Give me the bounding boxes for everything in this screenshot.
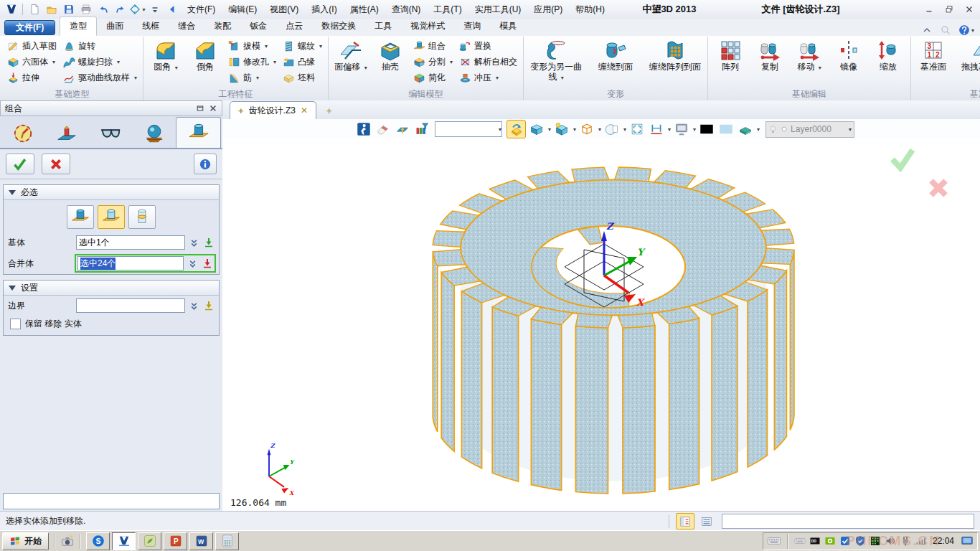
menu-item-7[interactable]: 实用工具(U)	[468, 1, 528, 18]
boolean-add-button[interactable]	[67, 205, 94, 229]
ribbon-button-缠绕到面[interactable]: 缠绕到面	[587, 38, 644, 72]
ribbon-button-分割[interactable]: 分割▾	[411, 54, 455, 70]
pick-merge-icon[interactable]	[202, 258, 213, 269]
boundary-field-input[interactable]	[76, 298, 185, 313]
save-button[interactable]	[60, 2, 77, 17]
ribbon-button-圆角[interactable]: 圆角 ▾	[147, 38, 184, 72]
collapse-ribbon-icon[interactable]	[921, 24, 933, 36]
list-toggle-button[interactable]	[698, 514, 715, 529]
shadecube-button[interactable]	[527, 121, 545, 138]
ribbon-tab-11[interactable]: 模具	[490, 17, 526, 36]
redo-button[interactable]	[112, 2, 128, 17]
search-icon[interactable]	[940, 24, 951, 36]
open-button[interactable]	[43, 2, 60, 17]
ribbon-tab-7[interactable]: 数据交换	[312, 17, 365, 36]
ribbon-button-筋[interactable]: 筋▾	[226, 70, 278, 85]
ribbon-tab-8[interactable]: 工具	[365, 17, 401, 36]
tray-nvidia-icon[interactable]	[824, 535, 836, 547]
taskbar-app-word[interactable]: W	[189, 532, 213, 550]
panel-tab-stamp[interactable]	[45, 119, 89, 148]
tray-shield-icon[interactable]	[854, 535, 866, 547]
toolbar-options-button[interactable]	[146, 2, 163, 17]
ribbon-button-拔模[interactable]: 拔模▾	[226, 38, 278, 54]
help-icon[interactable]: ▾	[958, 24, 974, 36]
window-close-button[interactable]	[961, 4, 977, 16]
tray-dolby-icon[interactable]: DD	[809, 535, 821, 547]
ribbon-button-坯料[interactable]: 坯料	[281, 70, 324, 85]
menu-item-1[interactable]: 编辑(E)	[222, 1, 263, 18]
taskbar-app-sbrowser[interactable]: S	[86, 532, 110, 550]
ribbon-button-插入草图[interactable]: 插入草图	[5, 38, 59, 54]
ribbon-button-组合[interactable]: 组合	[411, 38, 455, 54]
ribbon-button-螺纹[interactable]: 螺纹▾	[281, 38, 324, 54]
ribbon-button-复制[interactable]: 复制	[751, 38, 788, 72]
ribbon-button-旋转[interactable]: 旋转	[61, 38, 139, 54]
menu-item-2[interactable]: 视图(V)	[263, 1, 305, 18]
print-button[interactable]	[77, 2, 94, 17]
taskbar-app-zw3d[interactable]	[112, 532, 136, 550]
chevron-double-down-icon[interactable]	[189, 237, 199, 248]
ribbon-tab-2[interactable]: 线框	[133, 17, 169, 36]
panel-tab-combine[interactable]	[176, 117, 221, 148]
ribbon-button-冲压[interactable]: 冲压▾	[457, 70, 519, 85]
ribbon-tab-4[interactable]: 装配	[204, 17, 240, 36]
eraser-button[interactable]	[374, 121, 392, 138]
tray-signal-icon[interactable]	[915, 535, 926, 547]
ribbon-button-凸缘[interactable]: 凸缘	[281, 54, 324, 70]
layerblock-button[interactable]	[736, 121, 754, 138]
blueswatch-button[interactable]	[717, 121, 735, 138]
blackswatch-button[interactable]	[697, 121, 715, 138]
document-tab[interactable]: + 齿轮设计.Z3 ✕	[230, 101, 316, 119]
chevron-double-down-icon[interactable]	[187, 258, 198, 269]
taskbar-app-ppt[interactable]: P	[164, 532, 187, 550]
rotateview-button[interactable]	[507, 120, 526, 138]
clock[interactable]: 22:04	[929, 536, 958, 546]
new-tab-button[interactable]: +	[326, 105, 332, 116]
tray-speaker-icon[interactable]	[885, 535, 896, 547]
tab-close-icon[interactable]: ✕	[301, 105, 308, 116]
chevron-double-down-icon[interactable]	[189, 301, 199, 311]
ribbon-button-镜像[interactable]: 镜像	[830, 38, 867, 72]
ribbon-button-驱动曲线放样[interactable]: 驱动曲线放样▾	[61, 70, 139, 85]
window-restore-button[interactable]	[941, 4, 957, 16]
ribbon-button-缩放[interactable]: 缩放	[870, 38, 907, 72]
ribbon-button-缠绕阵列到面[interactable]: 缠绕阵列到面	[646, 38, 704, 72]
floating-cancel-icon[interactable]	[928, 177, 949, 199]
menu-item-5[interactable]: 查询(N)	[385, 1, 428, 18]
view-combo[interactable]: ▾	[435, 121, 502, 137]
ribbon-button-阵列[interactable]: 阵列	[712, 38, 749, 72]
start-button[interactable]: 开始	[2, 532, 49, 550]
show-desktop-icon[interactable]	[961, 534, 974, 547]
ribbon-button-置换[interactable]: 置换	[457, 38, 519, 54]
pick-boundary-icon[interactable]	[203, 300, 215, 311]
walk-button[interactable]	[354, 121, 372, 138]
menu-item-9[interactable]: 帮助(H)	[569, 1, 611, 18]
info-button[interactable]	[194, 154, 217, 174]
menu-item-6[interactable]: 工具(T)	[427, 1, 468, 18]
panel-close-icon[interactable]	[209, 104, 217, 113]
ribbon-button-移动[interactable]: 移动 ▾	[791, 38, 828, 72]
ok-button[interactable]	[6, 154, 34, 174]
ribbon-button-解析自相交[interactable]: 解析自相交	[457, 54, 519, 70]
ribbon-button-拉伸[interactable]: 拉伸	[5, 70, 59, 85]
ribbon-button-抽壳[interactable]: 抽壳	[372, 38, 409, 72]
menu-item-8[interactable]: 应用(P)	[527, 1, 569, 18]
ribbon-tab-3[interactable]: 缝合	[169, 17, 204, 36]
ribbon-tab-6[interactable]: 点云	[276, 17, 312, 36]
menu-item-3[interactable]: 插入(I)	[305, 1, 343, 18]
camera-quicklaunch-icon[interactable]	[60, 534, 75, 548]
taskbar-app-calc[interactable]	[215, 532, 239, 550]
file-menu-button[interactable]: 文件(F)	[4, 20, 55, 35]
ribbon-button-修改孔[interactable]: 修改孔▾	[226, 54, 278, 70]
monitor-button[interactable]	[672, 121, 690, 138]
panel-tab-render[interactable]	[132, 119, 176, 148]
ribbon-button-变形为另一曲线[interactable]: 变形为另一曲线 ▾	[527, 38, 585, 83]
panel-restore-icon[interactable]	[196, 104, 204, 113]
menu-item-4[interactable]: 属性(A)	[344, 1, 385, 18]
ribbon-button-简化[interactable]: 简化	[411, 70, 455, 85]
status-input[interactable]	[722, 514, 974, 529]
tray-qqcheck-icon[interactable]	[839, 535, 851, 547]
required-section-header[interactable]: 必选	[4, 185, 219, 200]
colorfilter-button[interactable]	[413, 121, 430, 138]
ribbon-button-螺旋扫掠[interactable]: 螺旋扫掠▾	[61, 54, 139, 70]
